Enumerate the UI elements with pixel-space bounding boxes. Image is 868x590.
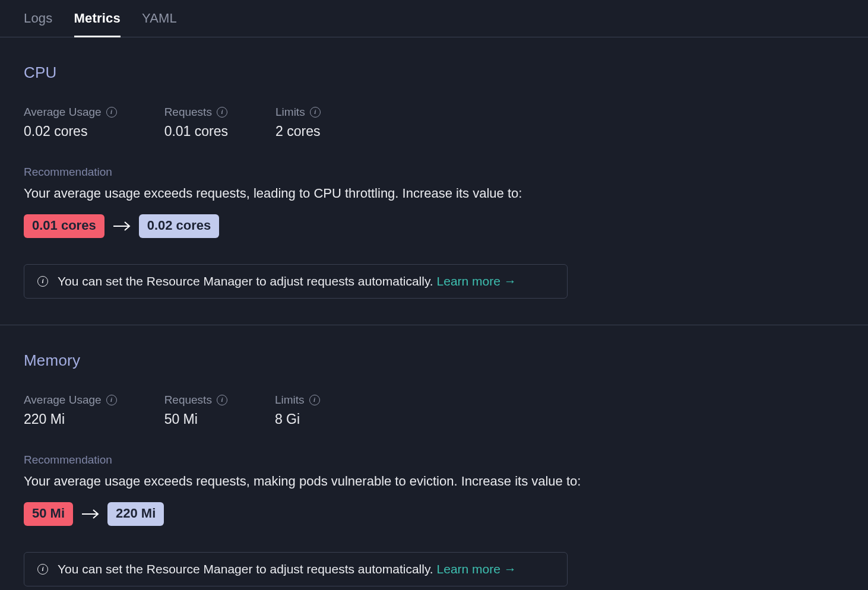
learn-more-link[interactable]: Learn more → xyxy=(437,274,517,288)
memory-limits-value: 8 Gi xyxy=(275,411,320,427)
cpu-from-value-pill: 0.01 cores xyxy=(24,214,104,238)
callout-message: You can set the Resource Manager to adju… xyxy=(58,562,433,576)
cpu-requests-value: 0.01 cores xyxy=(164,123,228,139)
memory-avg-usage-value: 220 Mi xyxy=(24,411,117,427)
tab-logs[interactable]: Logs xyxy=(24,11,53,37)
arrow-right-icon xyxy=(113,221,131,231)
info-icon[interactable]: i xyxy=(310,107,321,118)
limits-label-text: Limits xyxy=(275,106,305,119)
memory-callout-box: i You can set the Resource Manager to ad… xyxy=(24,552,568,586)
memory-to-value-pill: 220 Mi xyxy=(107,502,164,526)
tabs-bar: Logs Metrics YAML xyxy=(0,0,868,37)
info-icon: i xyxy=(37,276,48,287)
info-icon: i xyxy=(37,564,48,575)
cpu-recommendation-heading: Recommendation xyxy=(24,166,844,179)
cpu-section: CPU Average Usage i 0.02 cores Requests … xyxy=(0,37,868,325)
callout-message: You can set the Resource Manager to adju… xyxy=(58,274,433,288)
memory-recommendation-text: Your average usage exceeds requests, mak… xyxy=(24,472,844,490)
cpu-limits-stat: Limits i 2 cores xyxy=(275,106,321,139)
cpu-callout-text: You can set the Resource Manager to adju… xyxy=(58,274,517,288)
requests-label-text: Requests xyxy=(164,394,212,407)
memory-heading: Memory xyxy=(24,351,844,370)
memory-limits-label: Limits i xyxy=(275,394,320,407)
tab-metrics[interactable]: Metrics xyxy=(74,11,121,37)
memory-avg-usage-label: Average Usage i xyxy=(24,394,117,407)
cpu-requests-stat: Requests i 0.01 cores xyxy=(164,106,228,139)
info-icon[interactable]: i xyxy=(217,395,227,405)
info-icon[interactable]: i xyxy=(309,395,320,405)
cpu-stats-row: Average Usage i 0.02 cores Requests i 0.… xyxy=(24,106,844,139)
info-icon[interactable]: i xyxy=(217,107,227,118)
memory-avg-usage-stat: Average Usage i 220 Mi xyxy=(24,394,117,427)
avg-usage-label-text: Average Usage xyxy=(24,106,102,119)
cpu-avg-usage-value: 0.02 cores xyxy=(24,123,117,139)
cpu-limits-label: Limits i xyxy=(275,106,321,119)
limits-label-text: Limits xyxy=(275,394,305,407)
cpu-recommendation-text: Your average usage exceeds requests, lea… xyxy=(24,185,844,202)
tab-yaml[interactable]: YAML xyxy=(142,11,177,37)
memory-recommendation-pills: 50 Mi 220 Mi xyxy=(24,502,844,526)
cpu-recommendation-pills: 0.01 cores 0.02 cores xyxy=(24,214,844,238)
requests-label-text: Requests xyxy=(164,106,212,119)
cpu-requests-label: Requests i xyxy=(164,106,228,119)
memory-recommendation-heading: Recommendation xyxy=(24,453,844,467)
memory-requests-stat: Requests i 50 Mi xyxy=(164,394,227,427)
cpu-avg-usage-label: Average Usage i xyxy=(24,106,117,119)
info-icon[interactable]: i xyxy=(106,107,117,118)
cpu-avg-usage-stat: Average Usage i 0.02 cores xyxy=(24,106,117,139)
info-icon[interactable]: i xyxy=(106,395,117,405)
arrow-right-icon xyxy=(81,509,99,519)
cpu-limits-value: 2 cores xyxy=(275,123,321,139)
memory-limits-stat: Limits i 8 Gi xyxy=(275,394,320,427)
memory-section: Memory Average Usage i 220 Mi Requests i… xyxy=(0,325,868,590)
memory-callout-text: You can set the Resource Manager to adju… xyxy=(58,562,517,576)
cpu-heading: CPU xyxy=(24,64,844,82)
memory-from-value-pill: 50 Mi xyxy=(24,502,73,526)
memory-requests-label: Requests i xyxy=(164,394,227,407)
learn-more-link[interactable]: Learn more → xyxy=(437,562,517,576)
cpu-to-value-pill: 0.02 cores xyxy=(139,214,220,238)
avg-usage-label-text: Average Usage xyxy=(24,394,102,407)
memory-stats-row: Average Usage i 220 Mi Requests i 50 Mi … xyxy=(24,394,844,427)
memory-requests-value: 50 Mi xyxy=(164,411,227,427)
cpu-callout-box: i You can set the Resource Manager to ad… xyxy=(24,264,568,299)
